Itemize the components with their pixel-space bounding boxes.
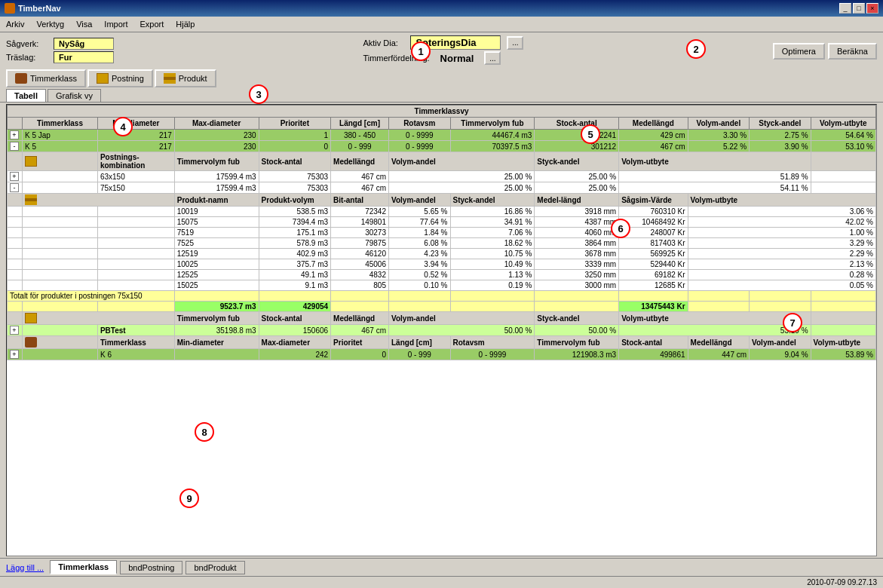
total-volym: 9523.7 m3 xyxy=(174,302,259,312)
k6-langd: 0 - 999 xyxy=(389,349,451,360)
sawmill-value: NySåg xyxy=(54,38,114,50)
table-container: Timmerklassvy Timmerklass Min-diameter M… xyxy=(6,104,877,556)
close-button[interactable]: × xyxy=(866,3,878,14)
add-link[interactable]: Lägg till ... xyxy=(6,563,44,572)
k6h-prioritet: Prioritet xyxy=(331,336,389,349)
postning-icon xyxy=(25,156,37,167)
produkt-header-row: Produkt-namn Produkt-volym Bit-antal Vol… xyxy=(8,194,876,207)
expand-75x150-button[interactable]: - xyxy=(10,183,19,192)
k6-header-row: Timmerklass Min-diameter Max-diameter Pr… xyxy=(8,336,876,349)
k6-prioritet: 0 xyxy=(331,349,389,360)
produkt-icon xyxy=(25,194,37,205)
k5jap-rotavsm: 0 - 9999 xyxy=(389,130,451,141)
k5-volym-utbyte: 53.10 % xyxy=(811,141,875,152)
k5-prioritet: 0 xyxy=(259,141,331,152)
total-bit: 429054 xyxy=(259,302,331,312)
col-styck-andel: Styck-andel xyxy=(750,118,811,130)
prod-volym: Produkt-volym xyxy=(259,194,331,207)
column-header-row: Timmerklass Min-diameter Max-diameter Pr… xyxy=(8,118,876,130)
pbtest-stock: 150606 xyxy=(259,325,331,336)
ph-styck-andel: Styck-andel xyxy=(535,152,619,171)
timber-label: Träslag: xyxy=(6,53,48,62)
postning2-icon xyxy=(25,313,37,323)
pbtest-komb: PBTest xyxy=(97,325,174,336)
minimize-button[interactable]: _ xyxy=(839,3,851,14)
box-icon xyxy=(97,73,109,84)
table-row: 15075 7394.4 m3 149801 77.64 % 34.91 % 4… xyxy=(8,217,876,228)
maximize-button[interactable]: □ xyxy=(853,3,865,14)
tabell-tab[interactable]: Tabell xyxy=(6,89,46,102)
table-title-row: Timmerklassvy xyxy=(8,106,876,118)
main-tabs: Timmerklass Postning Produkt xyxy=(0,68,883,89)
p2h-medellangd: Medellängd xyxy=(331,312,389,325)
expand-63x150-button[interactable]: + xyxy=(10,172,19,181)
menu-arkiv[interactable]: Arkiv xyxy=(3,18,27,30)
toolbar-center: Aktiv Dia: SoteringsDia ... Timmerfördel… xyxy=(363,35,523,65)
k5jap-max-dia: 230 xyxy=(174,130,259,141)
col-timmerklass: Timmerklass xyxy=(23,118,98,130)
menu-import[interactable]: Import xyxy=(101,18,130,30)
p75-stock: 75303 xyxy=(259,182,331,194)
optimera-button[interactable]: Optimera xyxy=(773,43,825,60)
ph-stock: Stock-antal xyxy=(259,152,331,171)
postning2-header-row: Timmervolym fub Stock-antal Medellängd V… xyxy=(8,312,876,325)
berakna-button[interactable]: Beräkna xyxy=(828,43,877,60)
col-stock: Stock-antal xyxy=(535,118,619,130)
title-bar: TimberNav _ □ × xyxy=(0,0,883,17)
produkt-tab[interactable]: Produkt xyxy=(155,69,216,87)
expand-k5jap-button[interactable]: + xyxy=(10,130,19,139)
toolbar-left: Sågverk: NySåg Träslag: Fur xyxy=(6,38,114,63)
expand-k6-button[interactable]: + xyxy=(10,350,19,359)
ph-medellangd: Medellängd xyxy=(331,152,389,171)
grafisk-tab[interactable]: Grafisk vy xyxy=(48,89,101,102)
postning-tab[interactable]: Postning xyxy=(87,69,153,87)
pbtest-utbyte: 53.19 % xyxy=(619,325,811,336)
k6h-max: Max-diameter xyxy=(259,336,331,349)
timmerklass-bottom-tab[interactable]: Timmerklass xyxy=(50,560,117,574)
col-max-dia: Max-diameter xyxy=(174,118,259,130)
k6-rotavsm: 0 - 9999 xyxy=(450,349,535,360)
p75-komb: 75x150 xyxy=(97,182,174,194)
expand-pbtest-button[interactable]: + xyxy=(10,326,19,335)
ph-volym-utbyte: Volym-utbyte xyxy=(619,152,811,171)
k5-klass: K 5 xyxy=(23,141,98,152)
k6-volym-utbyte: 53.89 % xyxy=(811,349,875,360)
total-row: Totalt för produkter i postningen 75x150 xyxy=(8,291,876,302)
expand-k5-button[interactable]: - xyxy=(10,142,19,151)
menu-export[interactable]: Export xyxy=(137,18,167,30)
menu-visa[interactable]: Visa xyxy=(73,18,95,30)
k6-klass: K 6 xyxy=(97,349,174,360)
ph-volym-andel: Volym-andel xyxy=(389,152,535,171)
p63-utbyte: 51.89 % xyxy=(619,171,811,182)
menu-bar: Arkiv Verktyg Visa Import Export Hjälp xyxy=(0,17,883,32)
active-dia-label: Aktiv Dia: xyxy=(363,38,404,47)
table-row: 12519 402.9 m3 46120 4.23 % 10.75 % 3678… xyxy=(8,249,876,259)
p2h-timmervolym: Timmervolym fub xyxy=(174,312,259,325)
table-row: + K 5 Jap 217 230 1 380 - 450 0 - 9999 4… xyxy=(8,130,876,141)
bnd-produkt-tab[interactable]: bndProdukt xyxy=(185,561,244,574)
p63-volym: 17599.4 m3 xyxy=(174,171,259,182)
k5jap-klass: K 5 Jap xyxy=(23,130,98,141)
prod-styck-andel: Styck-andel xyxy=(450,194,535,207)
pbtest-volym: 35198.8 m3 xyxy=(174,325,259,336)
col-timmervolym: Timmervolym fub xyxy=(450,118,535,130)
timmerklass-tab[interactable]: Timmerklass xyxy=(6,69,86,87)
pbtest-medel: 467 cm xyxy=(331,325,389,336)
timmer-dist-browse-button[interactable]: ... xyxy=(484,51,501,65)
bnd-postning-tab[interactable]: bndPostning xyxy=(120,561,182,574)
k5jap-volym-utbyte: 54.64 % xyxy=(811,130,875,141)
active-dia-browse-button[interactable]: ... xyxy=(507,36,523,50)
k5jap-medellangd: 429 cm xyxy=(619,130,688,141)
menu-hjalp[interactable]: Hjälp xyxy=(173,18,198,30)
prod-bit-antal: Bit-antal xyxy=(331,194,389,207)
k6-volym-andel: 9.04 % xyxy=(750,349,811,360)
k5-stock: 301212 xyxy=(535,141,619,152)
col-prioritet: Prioritet xyxy=(259,118,331,130)
timmer-dist-value: Normal xyxy=(436,52,479,65)
k6-timber-icon xyxy=(25,337,37,348)
k5-styck-andel: 3.90 % xyxy=(750,141,811,152)
window-controls[interactable]: _ □ × xyxy=(839,3,878,14)
menu-verktyg[interactable]: Verktyg xyxy=(33,18,67,30)
k6h-medel: Medellängd xyxy=(688,336,750,349)
ph-kombination: Postnings-kombination xyxy=(97,152,174,171)
